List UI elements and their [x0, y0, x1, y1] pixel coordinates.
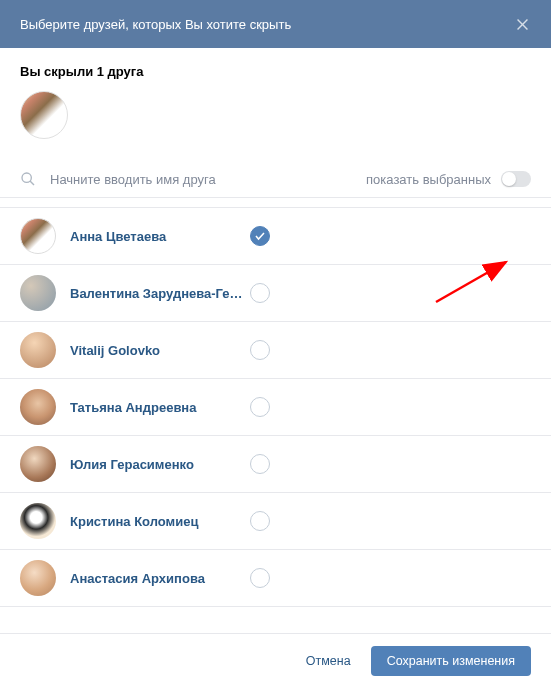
friend-avatar — [20, 446, 56, 482]
svg-line-3 — [30, 181, 34, 185]
friend-avatar — [20, 389, 56, 425]
friend-row[interactable]: Валентина Заруднева-Гера... — [0, 265, 551, 322]
friend-checkbox[interactable] — [250, 226, 270, 246]
friend-list: Анна ЦветаеваВалентина Заруднева-Гера...… — [0, 208, 551, 607]
show-selected-toggle[interactable] — [501, 171, 531, 187]
cancel-button[interactable]: Отмена — [302, 646, 355, 676]
search-icon — [20, 171, 36, 187]
friend-row[interactable]: Анна Цветаева — [0, 208, 551, 265]
friend-avatar — [20, 332, 56, 368]
friend-avatar — [20, 560, 56, 596]
modal-title: Выберите друзей, которых Вы хотите скрыт… — [20, 17, 291, 32]
modal-header: Выберите друзей, которых Вы хотите скрыт… — [0, 0, 551, 48]
friend-checkbox[interactable] — [250, 283, 270, 303]
close-icon — [514, 16, 531, 33]
checkmark-icon — [254, 230, 266, 242]
friend-name: Vitalij Golovko — [70, 343, 250, 358]
friend-checkbox[interactable] — [250, 568, 270, 588]
friend-avatar — [20, 275, 56, 311]
friend-avatar — [20, 218, 56, 254]
friend-checkbox[interactable] — [250, 397, 270, 417]
hidden-friends-section: Вы скрыли 1 друга — [0, 48, 551, 161]
hidden-count-label: Вы скрыли 1 друга — [20, 64, 531, 79]
friend-name: Татьяна Андреевна — [70, 400, 250, 415]
search-row: показать выбранных — [0, 161, 551, 198]
friend-avatar — [20, 503, 56, 539]
hidden-avatars — [20, 91, 531, 149]
svg-point-2 — [22, 173, 31, 182]
friend-checkbox[interactable] — [250, 340, 270, 360]
friend-name: Анна Цветаева — [70, 229, 250, 244]
modal-footer: Отмена Сохранить изменения — [0, 633, 551, 688]
friend-name: Юлия Герасименко — [70, 457, 250, 472]
friend-name: Анастасия Архипова — [70, 571, 250, 586]
friend-row[interactable]: Татьяна Андреевна — [0, 379, 551, 436]
friend-row[interactable]: Анастасия Архипова — [0, 550, 551, 607]
show-selected-label: показать выбранных — [366, 172, 491, 187]
search-input[interactable] — [50, 172, 366, 187]
hidden-friend-avatar[interactable] — [20, 91, 68, 139]
save-button[interactable]: Сохранить изменения — [371, 646, 531, 676]
friend-row[interactable]: Кристина Коломиец — [0, 493, 551, 550]
list-top-divider — [0, 198, 551, 208]
friend-name: Валентина Заруднева-Гера... — [70, 286, 250, 301]
close-button[interactable] — [514, 16, 531, 33]
friend-name: Кристина Коломиец — [70, 514, 250, 529]
friend-row[interactable]: Vitalij Golovko — [0, 322, 551, 379]
friend-checkbox[interactable] — [250, 511, 270, 531]
friend-checkbox[interactable] — [250, 454, 270, 474]
friend-row[interactable]: Юлия Герасименко — [0, 436, 551, 493]
